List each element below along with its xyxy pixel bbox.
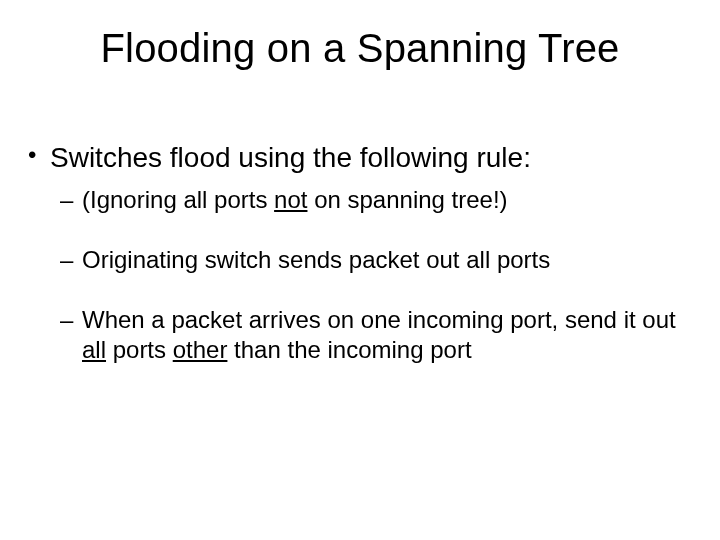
slide: Flooding on a Spanning Tree Switches flo… [0, 0, 720, 540]
bullet-level2: When a packet arrives on one incoming po… [60, 305, 692, 365]
bullet-text-pre: (Ignoring all ports [82, 186, 274, 213]
bullet-text-post: on spanning tree!) [307, 186, 507, 213]
bullet-level1: Switches flood using the following rule: [28, 140, 692, 175]
bullet-text-underline: not [274, 186, 307, 213]
bullet-text-underline: other [173, 336, 228, 363]
bullet-text: Switches flood using the following rule: [50, 142, 531, 173]
bullet-text: Originating switch sends packet out all … [82, 246, 550, 273]
bullet-level2: (Ignoring all ports not on spanning tree… [60, 185, 692, 215]
bullet-level2: Originating switch sends packet out all … [60, 245, 692, 275]
bullet-text-post: than the incoming port [227, 336, 471, 363]
slide-body: Switches flood using the following rule:… [28, 140, 692, 365]
slide-title: Flooding on a Spanning Tree [0, 26, 720, 71]
bullet-text-mid: ports [106, 336, 173, 363]
bullet-text-pre: When a packet arrives on one incoming po… [82, 306, 676, 333]
bullet-text-underline: all [82, 336, 106, 363]
